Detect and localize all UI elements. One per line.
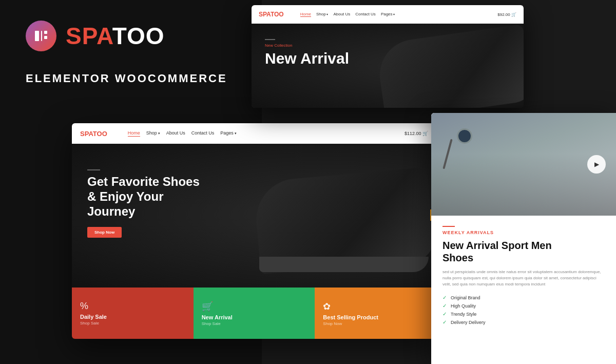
percent-icon: % [80, 301, 185, 312]
product-content: Weekly Arrivals New Arrival Sport Men Sh… [431, 216, 616, 335]
feature-label-3: Trendy Style [451, 312, 476, 317]
main-hero-title: Get Favorite Shoes & Enjoy Your Journey [87, 175, 200, 219]
top-nav-about[interactable]: About Us [333, 12, 350, 17]
feature-label-2: High Quality [451, 303, 476, 309]
brand-row: SPATOO [26, 21, 236, 51]
main-nav-contact[interactable]: Contact Us [191, 130, 215, 137]
top-nav-shop[interactable]: Shop [316, 12, 328, 17]
product-subtitle: Weekly Arrivals [442, 230, 605, 235]
feature-2: ✓ High Quality [442, 303, 605, 309]
brand-logo-text: SPATOO [66, 22, 165, 50]
feature-4: ✓ Delivery Delivery [442, 319, 605, 325]
main-nav: SPATOO Home Shop About Us Contact Us Pag… [72, 123, 436, 144]
daily-sale-title: Daily Sale [80, 314, 185, 320]
best-selling-card[interactable]: ✿ Best Selling Product Shop Now [315, 288, 436, 339]
top-hero-title: New Arrival [265, 50, 349, 67]
top-nav-links: Home Shop About Us Contact Us Pages [300, 12, 395, 17]
top-nav-logo: SPATOO [259, 11, 284, 18]
brand-name-red: SPA [66, 23, 112, 49]
play-button[interactable]: ▶ [587, 155, 606, 174]
elementor-icon [26, 21, 56, 51]
top-hero: New Collection New Arrival [252, 24, 524, 108]
main-nav-pages[interactable]: Pages [220, 130, 236, 137]
best-selling-sub: Shop Now [323, 321, 428, 326]
product-title: New Arrival Sport Men Shoes [442, 239, 605, 264]
new-arrival-title: New Arrival [202, 314, 307, 320]
daily-sale-sub: Shop Sale [80, 321, 185, 325]
top-nav-home[interactable]: Home [300, 12, 311, 17]
tagline: ELEMENTOR WOOCOMMERCE [26, 72, 236, 85]
top-shoe-illustration [370, 24, 524, 108]
main-hero-content: Get Favorite Shoes & Enjoy Your Journey … [87, 169, 200, 238]
main-nav-cart[interactable]: $112.00 🛒 [405, 131, 428, 136]
main-shoe-illustration [236, 144, 431, 277]
check-icon-1: ✓ [442, 295, 447, 300]
main-mockup: SPATOO Home Shop About Us Contact Us Pag… [72, 123, 436, 339]
main-nav-about[interactable]: About Us [166, 130, 185, 137]
product-subtitle-line [442, 226, 455, 227]
svg-rect-2 [44, 31, 47, 34]
main-nav-shop[interactable]: Shop [146, 130, 160, 137]
cart-icon: 🛒 [202, 301, 307, 312]
bottom-cards: % Daily Sale Shop Sale 🛒 New Arrival Sho… [72, 288, 436, 339]
top-nav-pages[interactable]: Pages [381, 12, 395, 17]
feature-label-1: Original Brand [451, 295, 480, 300]
shoe-sole [259, 257, 429, 272]
main-hero-divider [87, 169, 100, 170]
feature-label-4: Delivery Delivery [451, 320, 486, 325]
svg-rect-3 [44, 36, 47, 39]
main-nav-links: Home Shop About Us Contact Us Pages [128, 130, 237, 137]
feature-1: ✓ Original Brand [442, 295, 605, 300]
main-nav-home[interactable]: Home [128, 130, 140, 137]
main-nav-logo: SPATOO [80, 130, 107, 138]
product-features: ✓ Original Brand ✓ High Quality ✓ Trendy… [442, 295, 605, 325]
top-nav-contact[interactable]: Contact Us [355, 12, 376, 17]
check-icon-3: ✓ [442, 311, 447, 317]
right-panel: ▶ Weekly Arrivals New Arrival Sport Men … [431, 113, 616, 364]
daily-sale-card[interactable]: % Daily Sale Shop Sale [72, 288, 194, 339]
top-shoe-body [375, 24, 524, 108]
feature-3: ✓ Trendy Style [442, 311, 605, 317]
svg-rect-0 [35, 31, 39, 41]
best-selling-title: Best Selling Product [323, 314, 428, 320]
main-hero: Get Favorite Shoes & Enjoy Your Journey … [72, 144, 436, 288]
check-icon-2: ✓ [442, 303, 447, 309]
top-nav-cart[interactable]: $92.00 🛒 [497, 12, 516, 17]
check-icon-4: ✓ [442, 319, 447, 325]
shop-now-button[interactable]: Shop Now [87, 227, 122, 238]
top-hero-subtitle: New Collection [265, 43, 349, 48]
new-arrival-sub: Shop Sale [202, 321, 307, 326]
product-description: sed ut perspiciatis unde omnis iste natu… [442, 269, 605, 288]
top-nav: SPATOO Home Shop About Us Contact Us Pag… [252, 5, 524, 24]
svg-rect-1 [41, 31, 42, 41]
top-hero-divider [265, 39, 275, 40]
flower-icon: ✿ [323, 301, 428, 312]
product-image: ▶ [431, 113, 616, 216]
top-hero-content: New Collection New Arrival [265, 39, 349, 67]
brand-name-white: TOO [112, 23, 165, 49]
new-arrival-card[interactable]: 🛒 New Arrival Shop Sale [194, 288, 315, 339]
top-mockup: SPATOO Home Shop About Us Contact Us Pag… [252, 5, 524, 108]
